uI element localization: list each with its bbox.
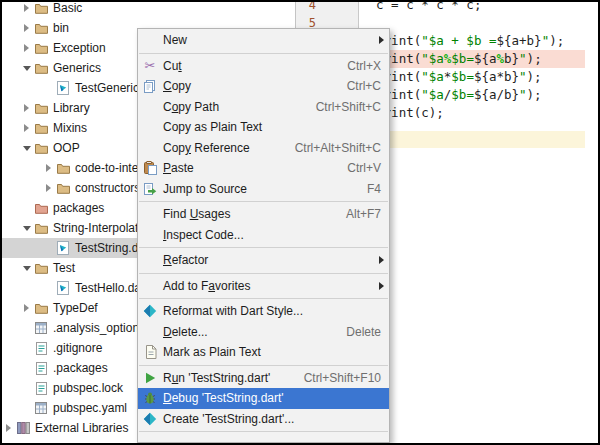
menu-item-debug-teststring[interactable]: Debug 'TestString.dart' [138,388,389,409]
menu-item-copy-as-plain-text[interactable]: Copy as Plain Text [138,117,389,138]
tree-item-label: pubspec.yaml [53,398,127,418]
menu-item-new[interactable]: New [138,30,389,51]
paste-icon [142,160,158,176]
tree-item-label: Test [53,258,75,278]
chevron-right-icon[interactable] [19,1,34,16]
chevron-down-icon[interactable] [19,141,34,156]
folder-icon [34,1,48,15]
folder-icon [34,21,48,35]
tree-item-label: packages [53,198,104,218]
excluded-folder-icon [34,201,48,215]
menu-item-run-teststring[interactable]: Run 'TestString.dart' Ctrl+Shift+F10 [138,368,389,389]
menu-item-find-usages[interactable]: Find Usages Alt+F7 [138,204,389,225]
tree-item-label: Generics [53,58,101,78]
library-icon [16,421,30,435]
menu-shortcut: Delete [332,325,381,339]
tree-item-label: OOP [53,138,80,158]
menu-item-jump-to-source[interactable]: Jump to Source F4 [138,179,389,200]
folder-icon [34,301,48,315]
tree-item-label: .gitignore [53,338,102,358]
menu-item-copy-path[interactable]: Copy Path Ctrl+Shift+C [138,97,389,118]
chevron-right-icon[interactable] [19,301,34,316]
caret-line-highlight-band [359,131,585,148]
context-menu: New ✂ Cut Ctrl+X Copy Ctrl+C Copy Path C… [137,28,390,443]
debug-bug-icon [142,390,158,406]
dart-icon [142,303,158,319]
copy-icon [142,78,158,94]
menu-shortcut: Ctrl+X [333,59,381,73]
menu-item-paste[interactable]: Paste Ctrl+V [138,158,389,179]
tree-item-label: bin [53,18,69,38]
chevron-right-icon[interactable] [1,421,16,436]
chevron-right-icon[interactable] [19,121,34,136]
folder-icon [34,41,48,55]
menu-shortcut: Alt+F7 [332,207,381,221]
menu-shortcut: Ctrl+C [333,79,381,93]
tree-item-label: .packages [53,358,108,378]
menu-shortcut: Ctrl+Shift+C [302,100,381,114]
code-line: print("$a/$b=${a/b}"); [361,86,564,104]
folder-icon [34,101,48,115]
tree-item-label: TypeDef [53,298,98,318]
menu-item-inspect-code[interactable]: Inspect Code... [138,225,389,246]
menu-item-copy[interactable]: Copy Ctrl+C [138,76,389,97]
folder-icon [56,181,70,195]
dart-file-icon [56,81,70,95]
chevron-right-icon[interactable] [19,41,34,56]
menu-item-mark-as-plain-text[interactable]: Mark as Plain Text [138,342,389,363]
run-icon [142,370,158,386]
folder-icon [34,61,48,75]
submenu-arrow-icon [379,36,384,44]
chevron-down-icon[interactable] [19,221,34,236]
menu-item-cut[interactable]: ✂ Cut Ctrl+X [138,56,389,77]
tree-item-label: Basic [53,0,82,18]
folder-icon [34,141,48,155]
code-line [361,14,564,32]
jump-to-source-icon [142,181,158,197]
menu-separator [139,273,388,274]
tree-item-label: .analysis_options [53,318,145,338]
menu-separator [139,201,388,202]
folder-icon [56,161,70,175]
code-line: print("$a*$b=${a*b}"); [361,68,564,86]
chevron-right-icon[interactable] [19,21,34,36]
code-line: print("$a%$b=${a%b}"); [361,50,564,68]
dart-file-icon [56,241,70,255]
menu-shortcut: F4 [353,182,381,196]
chevron-right-icon[interactable] [19,101,34,116]
chevron-right-icon[interactable] [41,181,56,196]
tree-item-label: External Libraries [35,418,128,438]
tree-item-label: constructors [75,178,140,198]
scissors-icon: ✂ [142,58,158,74]
menu-item-reformat-with-dart-style[interactable]: Reformat with Dart Style... [138,301,389,322]
text-file-icon [34,381,48,395]
folder-icon [34,261,48,275]
chevron-right-icon[interactable] [41,161,56,176]
menu-shortcut: Ctrl+V [333,161,381,175]
line-number: 4 [296,0,316,14]
menu-item-copy-reference[interactable]: Copy Reference Ctrl+Alt+Shift+C [138,138,389,159]
chevron-down-icon[interactable] [19,61,34,76]
table-file-icon [34,401,48,415]
submenu-arrow-icon [379,282,384,290]
chevron-down-icon[interactable] [19,261,34,276]
dart-icon [142,411,158,427]
menu-item-refactor[interactable]: Refactor [138,250,389,271]
code-area: c = c * c * c; print("$a + $b =${a+b}");… [361,0,564,122]
menu-item-add-to-favorites[interactable]: Add to Favorites [138,276,389,297]
plain-text-file-icon [142,344,158,360]
menu-separator [139,365,388,366]
menu-shortcut: Ctrl+Alt+Shift+C [281,141,381,155]
menu-separator [139,53,388,54]
text-file-icon [34,341,48,355]
tree-item-basic[interactable]: Basic [0,0,295,18]
tree-item-label: Mixins [53,118,87,138]
menu-separator [139,431,388,432]
folder-icon [34,221,48,235]
dart-file-icon [56,281,70,295]
menu-item-create-teststring[interactable]: Create 'TestString.dart'... [138,409,389,430]
menu-separator [139,298,388,299]
code-line: print("$a + $b =${a+b}"); [361,32,564,50]
menu-item-delete[interactable]: Delete... Delete [138,322,389,343]
code-line: c = c * c * c; [361,0,564,14]
